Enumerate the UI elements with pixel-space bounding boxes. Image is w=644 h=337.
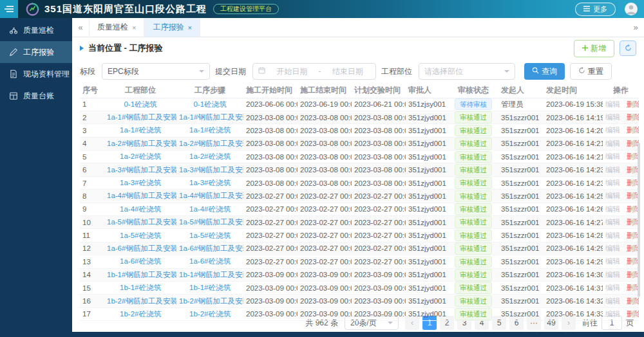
cell-initiator: 351szzr001	[498, 255, 544, 268]
column-header-9: 发起人	[498, 84, 544, 98]
part-link[interactable]: 1a-2#钢筋加工及安装	[107, 140, 176, 147]
edit-action[interactable]: 编辑	[605, 140, 620, 147]
more-button[interactable]: 更多	[575, 3, 616, 16]
step-link[interactable]: 1a-3#钢筋加工及安装	[179, 166, 243, 174]
cell-step: 1b-1#砼浇筑	[176, 281, 243, 294]
edit-action[interactable]: 编辑	[605, 126, 620, 134]
refresh-table-button[interactable]	[620, 41, 636, 56]
tab-工序报验[interactable]: 工序报验×	[144, 18, 200, 37]
step-link[interactable]: 1a-6#钢筋加工及安装	[179, 244, 243, 252]
breadcrumb: 当前位置 - 工序报验	[88, 42, 163, 54]
cell-status: 等待审核	[448, 98, 498, 111]
step-link[interactable]: 1a-1#钢筋加工及安装	[179, 113, 243, 121]
edit-action[interactable]: 编辑	[605, 244, 620, 252]
part-link[interactable]: 1a-3#砼浇筑	[120, 179, 161, 187]
tabs-collapse-icon[interactable]: «	[72, 18, 89, 37]
step-link[interactable]: 1b-1#钢筋加工及安装	[179, 271, 243, 278]
edit-action[interactable]: 编辑	[605, 166, 620, 174]
part-link[interactable]: 1a-5#钢筋加工及安装	[107, 218, 176, 226]
part-link[interactable]: 1a-1#钢筋加工及安装	[107, 113, 176, 121]
cell-step: 1a-5#钢筋加工及安装	[176, 216, 243, 229]
sidebar-item-patrol[interactable]: 质量巡检	[0, 19, 72, 41]
step-link[interactable]: 1a-1#砼浇筑	[189, 126, 231, 134]
cell-part: 1a-4#钢筋加工及安装	[104, 190, 176, 203]
part-link[interactable]: 1a-4#钢筋加工及安装	[107, 192, 176, 199]
cell-plan-time: 2023-03-08 00:00	[352, 111, 406, 123]
step-link[interactable]: 0-1砼浇筑	[193, 100, 226, 108]
delete-action[interactable]: 删除	[627, 126, 639, 134]
reset-button[interactable]: 重置	[570, 63, 612, 80]
part-link[interactable]: 1b-1#钢筋加工及安装	[107, 271, 176, 278]
part-link[interactable]: 1a-6#砼浇筑	[120, 257, 161, 265]
step-link[interactable]: 1b-2#钢筋加工及安装	[179, 297, 243, 305]
part-link[interactable]: 1a-1#砼浇筑	[120, 126, 161, 134]
step-link[interactable]: 1a-6#砼浇筑	[189, 257, 231, 265]
edit-action[interactable]: 编辑	[605, 232, 620, 239]
column-header-7: 审批人	[406, 84, 448, 98]
delete-action[interactable]: 删除	[627, 310, 639, 318]
vertical-scrollbar[interactable]	[638, 143, 640, 297]
delete-action[interactable]: 删除	[627, 100, 639, 108]
date-range-input[interactable]: 开始日期 - 结束日期	[252, 63, 376, 80]
edit-action[interactable]: 编辑	[605, 284, 620, 291]
column-header-2: 工程部位	[104, 84, 176, 98]
cell-end-time: 2023-03-08 00:00	[298, 111, 352, 123]
cell-no: 9	[80, 203, 104, 215]
tab-label: 工序报验	[153, 22, 184, 33]
edit-action[interactable]: 编辑	[605, 113, 620, 121]
step-link[interactable]: 1a-4#钢筋加工及安装	[179, 192, 243, 199]
cell-status: 审核通过	[448, 216, 498, 229]
search-button[interactable]: 查询	[524, 63, 565, 80]
step-link[interactable]: 1a-4#砼浇筑	[189, 205, 231, 213]
step-link[interactable]: 1a-2#砼浇筑	[189, 152, 231, 160]
chevron-down-icon	[504, 70, 509, 73]
sidebar-item-ledger[interactable]: 质量台账	[0, 85, 72, 107]
cell-status: 审核通过	[448, 255, 498, 268]
edit-action[interactable]: 编辑	[605, 205, 620, 213]
cell-status: 审核通过	[448, 281, 498, 294]
menu-toggle-button[interactable]	[0, 0, 18, 18]
edit-action[interactable]: 编辑	[605, 271, 620, 278]
delete-action[interactable]: 删除	[627, 113, 639, 121]
part-link[interactable]: 1b-1#砼浇筑	[120, 284, 161, 291]
step-link[interactable]: 1b-1#砼浇筑	[189, 284, 231, 291]
part-link[interactable]: 1a-4#砼浇筑	[120, 205, 161, 213]
part-link[interactable]: 0-1砼浇筑	[124, 100, 156, 108]
process-icon	[9, 48, 18, 57]
sidebar-item-process[interactable]: 工序报验	[0, 41, 72, 63]
edit-action[interactable]: 编辑	[605, 218, 620, 226]
cell-plan-time: 2023-03-09 00:00	[352, 307, 406, 320]
edit-action[interactable]: 编辑	[605, 310, 620, 318]
delete-action[interactable]: 删除	[627, 297, 639, 305]
edit-action[interactable]: 编辑	[605, 152, 620, 160]
part-link[interactable]: 1b-2#钢筋加工及安装	[107, 297, 176, 305]
tab-close-icon[interactable]: ×	[132, 24, 136, 32]
step-link[interactable]: 1a-5#砼浇筑	[189, 232, 231, 239]
edit-action[interactable]: 编辑	[605, 179, 620, 187]
edit-action[interactable]: 编辑	[605, 297, 620, 305]
step-link[interactable]: 1a-5#钢筋加工及安装	[179, 218, 243, 226]
step-link[interactable]: 1b-2#砼浇筑	[189, 310, 231, 318]
cell-no: 2	[80, 111, 104, 123]
cell-plan-time: 2023-03-09 00:00	[352, 295, 406, 307]
part-link[interactable]: 1b-2#砼浇筑	[120, 310, 161, 318]
tab-close-icon[interactable]: ×	[187, 24, 191, 32]
edit-action[interactable]: 编辑	[605, 100, 620, 108]
step-link[interactable]: 1a-3#砼浇筑	[189, 179, 231, 187]
add-button[interactable]: 新增	[574, 40, 614, 57]
edit-action[interactable]: 编辑	[605, 257, 620, 265]
edit-action[interactable]: 编辑	[605, 192, 620, 199]
tabs-expand-icon[interactable]: »	[627, 18, 644, 37]
part-link[interactable]: 1a-5#砼浇筑	[120, 232, 161, 239]
part-select[interactable]: 请选择部位	[419, 63, 515, 80]
user-avatar[interactable]	[625, 3, 638, 15]
sidebar-item-docs[interactable]: 现场资料管理	[0, 63, 72, 85]
part-link[interactable]: 1a-3#钢筋加工及安装	[107, 166, 176, 174]
tab-质量巡检[interactable]: 质量巡检×	[89, 18, 144, 37]
cell-end-time: 2023-02-27 00:00	[298, 203, 352, 215]
part-link[interactable]: 1a-2#砼浇筑	[120, 152, 161, 160]
section-select[interactable]: EPC标段	[102, 63, 210, 80]
step-link[interactable]: 1a-2#钢筋加工及安装	[179, 140, 243, 147]
part-link[interactable]: 1a-6#钢筋加工及安装	[107, 244, 176, 252]
cell-end-time: 2023-06-19 00:00	[298, 98, 352, 111]
